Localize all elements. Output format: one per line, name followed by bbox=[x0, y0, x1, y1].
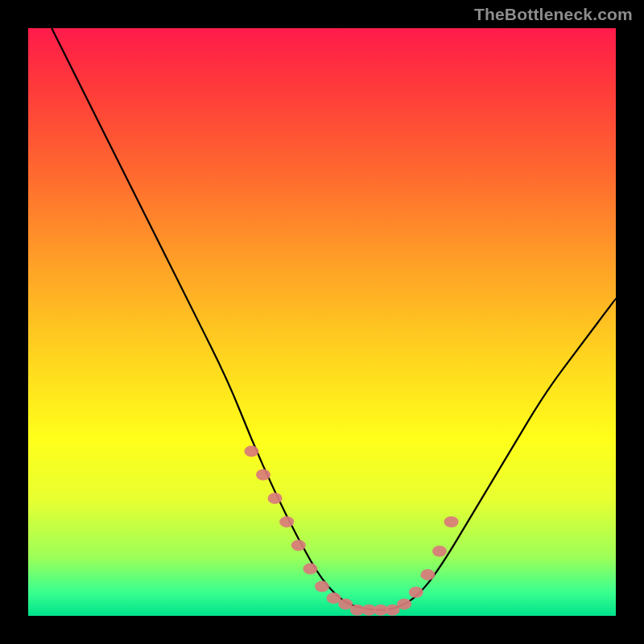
valley-marker bbox=[397, 598, 411, 609]
valley-marker bbox=[256, 469, 270, 481]
plot-area bbox=[28, 28, 616, 616]
valley-marker bbox=[432, 546, 447, 557]
curve-line bbox=[52, 28, 616, 610]
valley-marker bbox=[409, 587, 423, 598]
valley-marker bbox=[279, 516, 294, 527]
bottleneck-curve-svg bbox=[28, 28, 616, 616]
valley-marker bbox=[291, 539, 306, 551]
valley-marker bbox=[268, 493, 283, 504]
valley-marker bbox=[315, 581, 329, 592]
valley-marker bbox=[444, 516, 459, 527]
valley-markers bbox=[244, 446, 458, 616]
valley-marker bbox=[244, 446, 258, 457]
watermark-text: TheBottleneck.com bbox=[474, 5, 633, 24]
chart-container: TheBottleneck.com bbox=[0, 0, 644, 644]
valley-marker bbox=[303, 564, 317, 575]
valley-marker bbox=[420, 569, 435, 580]
